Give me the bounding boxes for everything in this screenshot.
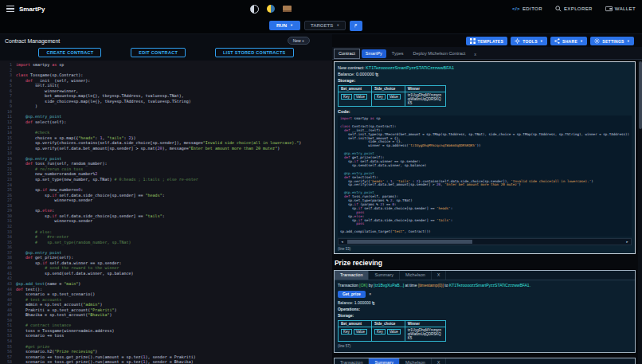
gear-icon (594, 38, 600, 44)
key-cell: Key (341, 329, 352, 335)
scroll-right-icon[interactable]: ► (624, 240, 631, 244)
topbar-center-icons (250, 0, 292, 18)
contract-output-box: New contract: KT1TezoooozzSmartPyzzSTATi… (334, 61, 636, 254)
entrypoint-call-badge[interactable]: Get_prize (338, 291, 366, 298)
storage-col-header: Bet_amount (338, 320, 371, 327)
scroll-left-icon[interactable]: ◄ (339, 240, 346, 244)
tx-line-indicator: (line 57) (338, 344, 632, 348)
value-cell: Value (354, 329, 367, 335)
flag-quick-action-button[interactable] (350, 21, 362, 31)
chevron-down-icon: ▼ (290, 24, 293, 27)
scrollbar-thumb[interactable] (347, 240, 472, 244)
entrypoint-call-row: Get_prize × (338, 291, 632, 298)
run-label: RUN (276, 23, 287, 28)
page-title: Contract Management (5, 38, 60, 44)
scrollbar-track[interactable] (346, 239, 624, 245)
theme-toggle-icon[interactable] (250, 5, 259, 14)
tab-transaction[interactable]: Transaction (335, 271, 370, 280)
code-editor[interactable]: 1import smartpy as sp2 3class Tossgame(s… (0, 61, 332, 364)
chevron-down-icon: ▼ (627, 40, 630, 43)
transaction-panel-2: Transaction Summary Michelson X (334, 358, 636, 364)
tx-prefix: Transaction (338, 283, 358, 288)
targets-label: TARGETS (311, 23, 333, 28)
tab-summary[interactable]: Summary (369, 271, 400, 280)
tx-storage-label: Storage: (338, 313, 632, 319)
output-panel: TEMPLATES TOOLS ▼ SHARE ▼ SETTINGS ▼ (332, 34, 642, 364)
storage-table: Bet_amountSide_choiceWinnerKeyValueKeyVa… (338, 320, 446, 342)
balance-line: Balance: 0.000000 ꜩ (338, 72, 632, 77)
list-stored-contracts-button[interactable]: LIST STORED CONTRACTS (215, 48, 294, 57)
tab-deploy-michelson-contract[interactable]: Deploy Michelson Contract (409, 49, 470, 58)
vertical-scrollbar[interactable] (638, 60, 642, 364)
horizontal-scrollbar[interactable]: ◄ ► (338, 238, 632, 245)
value-cell: Value (387, 329, 401, 335)
value-cell: Value (354, 94, 367, 100)
value-cell: Value (387, 94, 401, 100)
output-scroll-area: New contract: KT1TezoooozzSmartPyzzSTATi… (332, 60, 642, 364)
tx-to: to (444, 283, 448, 288)
line-indicator: (line 53) (338, 247, 632, 251)
templates-label: TEMPLATES (478, 39, 504, 44)
settings-label: SETTINGS (602, 39, 624, 44)
line-number: 58 (0, 359, 16, 364)
storage-cell: KeyValue (338, 92, 371, 107)
topbar-right: </> EDITOR EXPLORER WALLET (512, 6, 636, 12)
storage-table-wrap: Bet_amountSide_choiceWinnerKeyValueKeyVa… (338, 85, 632, 107)
edit-contract-button[interactable]: EDIT CONTRACT (131, 48, 186, 57)
smartpy-ide: SmartPy </> EDITOR EXPLORER WALLET RU (0, 0, 642, 364)
tab-summary[interactable]: Summary (369, 358, 400, 364)
storage-col-header: Winner (405, 320, 445, 327)
tab-michelson[interactable]: Michelson (400, 271, 432, 280)
share-dropdown[interactable]: SHARE ▼ (550, 37, 587, 45)
tx-at: at time (405, 283, 417, 288)
sender-address[interactable]: [tz1BvgXuPaB...] (374, 283, 404, 288)
transaction-body: Transaction [OK] by [tz1BvgXuPaB...] at … (335, 280, 635, 352)
tab-contract[interactable]: Contract (334, 49, 360, 59)
editor-label: EDITOR (523, 6, 542, 11)
contract-actions: CREATE CONTRACT EDIT CONTRACT LIST STORE… (0, 45, 332, 61)
wallet-label: WALLET (615, 6, 636, 11)
create-contract-button[interactable]: CREATE CONTRACT (38, 48, 101, 57)
chevron-down-icon: ▼ (540, 40, 543, 43)
new-contract-address[interactable]: KT1TezoooozzSmartPyzzSTATiCzzzwwBFA1 (366, 65, 454, 70)
chevron-down-icon: ▼ (580, 40, 583, 43)
code-label: Code: (338, 109, 632, 115)
tab-smartpy[interactable]: SmartPy (362, 49, 386, 58)
storage-col-header: Side_choice (371, 320, 405, 327)
wallet-button[interactable]: WALLET (605, 6, 636, 12)
menu-icon[interactable] (6, 6, 14, 13)
explorer-label: EXPLORER (564, 6, 593, 11)
editor-panel: Contract Management New + CREATE CONTRAC… (0, 34, 332, 364)
editor-button[interactable]: </> EDITOR (512, 6, 542, 11)
templates-button[interactable]: TEMPLATES (466, 37, 508, 45)
tools-dropdown[interactable]: TOOLS ▼ (511, 37, 547, 45)
settings-dropdown[interactable]: SETTINGS ▼ (590, 37, 634, 45)
tab-x[interactable]: X (432, 358, 447, 364)
targets-dropdown[interactable]: TARGETS ▼ (304, 21, 346, 30)
tab-close-icon[interactable]: x (471, 50, 480, 58)
tab-transaction[interactable]: Transaction (335, 358, 370, 364)
run-button[interactable]: RUN ▼ (269, 21, 300, 30)
tab-types[interactable]: Types (388, 49, 408, 58)
python-icon[interactable] (267, 5, 275, 13)
output-tabs: Contract SmartPy Types Deploy Michelson … (332, 47, 642, 60)
target-address[interactable]: KT1TezoooozzSmartPyzzSTATiCzzzwwBFA1. (449, 283, 530, 288)
storage-cell: KeyValue (371, 92, 405, 107)
editor-panel-header: Contract Management New + (0, 34, 332, 45)
section-title: Prize recieving (335, 259, 635, 267)
news-icon[interactable] (283, 6, 292, 12)
operations-label: Operations: (338, 307, 632, 312)
timestamp: [timestamp(0)] (418, 283, 444, 288)
call-close-icon[interactable]: × (369, 292, 371, 296)
tab-x[interactable]: X (432, 271, 447, 280)
vertical-scrollbar-thumb[interactable] (639, 61, 642, 129)
brand[interactable]: SmartPy (19, 6, 45, 13)
winner-address: tz1UygDhqMYmzqcnqtWa6mUqQDRSKQK5 (405, 92, 445, 107)
tab-michelson[interactable]: Michelson (400, 358, 432, 364)
transaction-panel: Transaction Summary Michelson X Transact… (334, 270, 636, 353)
storage-col-header: Side_choice (371, 86, 405, 92)
explorer-button[interactable]: EXPLORER (555, 6, 593, 12)
new-badge[interactable]: New + (288, 37, 310, 45)
winner-address: tz1UygDhqMYmzqcnqtWa6mUqQDRSKQK5 (405, 327, 445, 341)
storage-table: Bet_amountSide_choiceWinnerKeyValueKeyVa… (338, 85, 446, 107)
